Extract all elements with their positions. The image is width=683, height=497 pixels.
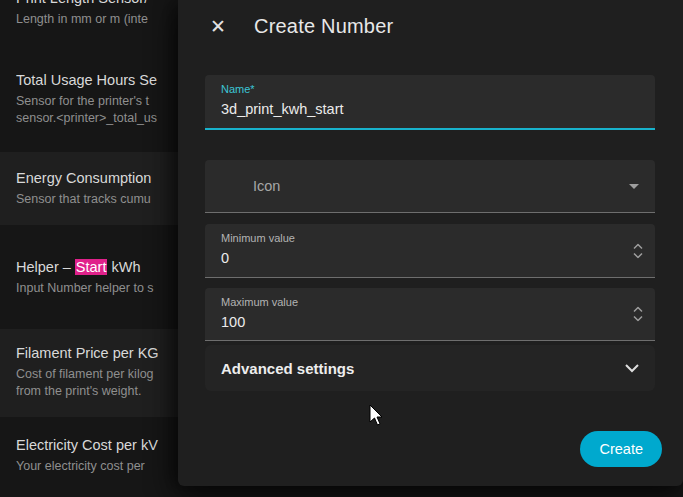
icon-label: Icon xyxy=(253,178,280,194)
chevron-down-icon xyxy=(633,252,643,258)
maximum-value-input[interactable]: 100 xyxy=(221,313,639,332)
name-field[interactable]: Name* 3d_print_kwh_start xyxy=(205,75,655,130)
dialog-title: Create Number xyxy=(254,15,393,38)
icon-select[interactable]: Icon xyxy=(205,160,655,213)
advanced-settings-label: Advanced settings xyxy=(221,360,354,377)
close-button[interactable]: ✕ xyxy=(206,14,230,38)
create-number-dialog: ✕ Create Number Name* 3d_print_kwh_start… xyxy=(178,0,683,486)
close-icon: ✕ xyxy=(210,15,226,38)
title-text: kWh xyxy=(107,259,140,275)
maximum-stepper[interactable] xyxy=(633,307,643,322)
advanced-settings-panel[interactable]: Advanced settings xyxy=(205,345,655,391)
minimum-stepper[interactable] xyxy=(633,243,643,258)
dropdown-arrow-icon xyxy=(629,184,639,189)
chevron-down-icon xyxy=(625,364,639,373)
minimum-value-input[interactable]: 0 xyxy=(221,249,639,268)
title-text: Helper – xyxy=(16,259,75,275)
name-label: Name* xyxy=(221,83,639,96)
maximum-value-label: Maximum value xyxy=(221,296,639,309)
name-input[interactable]: 3d_print_kwh_start xyxy=(221,100,639,119)
create-button[interactable]: Create xyxy=(580,431,662,467)
chevron-down-icon xyxy=(633,316,643,322)
maximum-value-field[interactable]: Maximum value 100 xyxy=(205,288,655,341)
search-highlight: Start xyxy=(75,259,108,275)
chevron-up-icon xyxy=(633,307,643,313)
minimum-value-field[interactable]: Minimum value 0 xyxy=(205,224,655,278)
minimum-value-label: Minimum value xyxy=(221,232,639,245)
dialog-header: ✕ Create Number xyxy=(206,14,393,38)
chevron-up-icon xyxy=(633,243,643,249)
